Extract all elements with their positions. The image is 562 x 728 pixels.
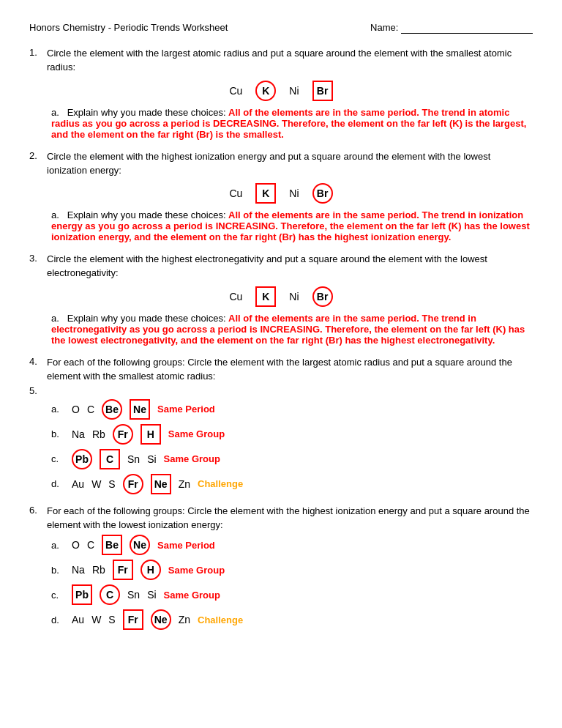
q6a-tag: Same Period xyxy=(157,540,215,551)
el-Zn-4d: Zn xyxy=(179,478,190,490)
question-3: 3. Circle the element with the highest e… xyxy=(29,253,533,346)
q3-explain-intro: Explain why you made these choices: xyxy=(67,313,228,324)
el-Fr-square-6b: Fr xyxy=(113,560,133,580)
name-label: Name: xyxy=(370,22,398,33)
q3-line: 3. Circle the element with the highest e… xyxy=(29,253,533,281)
el-br-circle-2: Br xyxy=(312,183,333,204)
q4-sub-list: a. O C Be Ne Same Period b. Na Rb Fr H S… xyxy=(51,399,533,494)
q4-num: 4. xyxy=(29,356,42,367)
el-br-circle-3: Br xyxy=(312,286,333,307)
q6-sub-c: c. Pb C Sn Si Same Group xyxy=(51,584,533,605)
q6-sub-b: b. Na Rb Fr H Same Group xyxy=(51,560,533,580)
question-4: 4. For each of the following groups: Cir… xyxy=(29,356,533,494)
question-1: 1. Circle the element with the largest a… xyxy=(29,47,533,140)
q4-text: For each of the following groups: Circle… xyxy=(47,356,533,384)
el-Rb-6b: Rb xyxy=(92,564,105,576)
el-Na-4b: Na xyxy=(72,428,85,440)
q3-elements: Cu K Ni Br xyxy=(29,286,533,307)
q6d-elements: Au W S Fr Ne Zn xyxy=(72,609,190,630)
q6-num: 6. xyxy=(29,505,42,516)
q6a-elements: O C Be Ne xyxy=(72,535,150,555)
q4-sub-b: b. Na Rb Fr H Same Group xyxy=(51,424,533,445)
el-Si-6c: Si xyxy=(147,589,156,601)
q2-num: 2. xyxy=(29,150,42,161)
q2-explain-intro: Explain why you made these choices: xyxy=(67,209,228,220)
q4d-elements: Au W S Fr Ne Zn xyxy=(72,474,190,494)
el-S-4d: S xyxy=(108,478,115,490)
q6-sub-d: d. Au W S Fr Ne Zn Challenge xyxy=(51,609,533,630)
q5-num: 5. xyxy=(29,385,42,396)
el-Fr-circle-4b: Fr xyxy=(113,424,133,445)
el-O-4a: O xyxy=(72,404,80,415)
el-cu: Cu xyxy=(229,85,242,97)
q4a-label: a. xyxy=(51,404,64,415)
q1-text: Circle the element with the largest atom… xyxy=(47,47,533,75)
el-Na-6b: Na xyxy=(72,564,85,576)
q4c-tag: Same Group xyxy=(164,453,220,464)
page-header: Honors Chemistry - Periodic Trends Works… xyxy=(29,22,533,34)
q1-explain: a. Explain why you made these choices: A… xyxy=(51,107,533,140)
q4a-elements: O C Be Ne xyxy=(72,399,150,420)
q1-explain-intro: Explain why you made these choices: xyxy=(67,107,228,118)
el-Fr-circle-4d: Fr xyxy=(123,474,143,494)
q3-text: Circle the element with the highest elec… xyxy=(47,253,533,281)
q4d-label: d. xyxy=(51,478,64,489)
q4d-tag: Challenge xyxy=(198,478,243,489)
q4-sub-c: c. Pb C Sn Si Same Group xyxy=(51,449,533,469)
q6-text: For each of the following groups: Circle… xyxy=(47,505,533,532)
el-C-circle-6c: C xyxy=(100,584,120,605)
q4a-tag: Same Period xyxy=(157,404,215,415)
q6d-label: d. xyxy=(51,614,64,625)
q4c-label: c. xyxy=(51,453,64,464)
el-k-square-2: K xyxy=(255,183,276,204)
q6c-label: c. xyxy=(51,590,64,601)
name-line xyxy=(401,22,533,34)
el-Zn-6d: Zn xyxy=(179,614,190,625)
el-cu-3: Cu xyxy=(229,291,242,302)
q6b-tag: Same Group xyxy=(168,565,225,576)
question-6: 6. For each of the following groups: Cir… xyxy=(29,505,533,631)
q4-line: 4. For each of the following groups: Cir… xyxy=(29,356,533,384)
q2-text: Circle the element with the highest ioni… xyxy=(47,150,533,178)
q6c-elements: Pb C Sn Si xyxy=(72,584,157,605)
el-cu-2: Cu xyxy=(229,187,242,199)
el-Ne-square-4a: Ne xyxy=(130,399,150,420)
q1-line: 1. Circle the element with the largest a… xyxy=(29,47,533,75)
el-H-square-4b: H xyxy=(140,424,161,445)
q3-num: 3. xyxy=(29,253,42,264)
q2-explain-label: a. xyxy=(51,209,64,220)
el-Au-4d: Au xyxy=(72,478,84,490)
el-Sn-6c: Sn xyxy=(127,589,140,601)
el-W-4d: W xyxy=(91,478,101,490)
q6c-tag: Same Group xyxy=(164,590,220,601)
q6b-elements: Na Rb Fr H xyxy=(72,560,161,580)
el-H-circle-6b: H xyxy=(140,560,161,580)
el-W-6d: W xyxy=(91,614,101,625)
q4c-elements: Pb C Sn Si xyxy=(72,449,157,469)
el-Sn-4c: Sn xyxy=(127,453,140,465)
el-Au-6d: Au xyxy=(72,614,84,625)
el-Pb-square-6c: Pb xyxy=(72,584,92,605)
q6b-label: b. xyxy=(51,565,64,576)
q3-explain: a. Explain why you made these choices: A… xyxy=(51,313,533,346)
q4-sub-a: a. O C Be Ne Same Period xyxy=(51,399,533,420)
q2-elements: Cu K Ni Br xyxy=(29,183,533,204)
question-2: 2. Circle the element with the highest i… xyxy=(29,150,533,243)
el-Be-square-6a: Be xyxy=(102,535,122,555)
el-C-6a: C xyxy=(87,539,94,551)
q6a-label: a. xyxy=(51,540,64,551)
q1-elements: Cu K Ni Br xyxy=(29,81,533,101)
q6-sub-list: a. O C Be Ne Same Period b. Na Rb Fr H S… xyxy=(51,535,533,630)
q4-sub-d: d. Au W S Fr Ne Zn Challenge xyxy=(51,474,533,494)
q2-line: 2. Circle the element with the highest i… xyxy=(29,150,533,178)
q5-line: 5. xyxy=(29,385,533,396)
q4b-tag: Same Group xyxy=(168,428,225,439)
q3-explain-label: a. xyxy=(51,313,64,324)
q1-explain-label: a. xyxy=(51,107,64,118)
q4b-elements: Na Rb Fr H xyxy=(72,424,161,445)
q2-explain: a. Explain why you made these choices: A… xyxy=(51,209,533,242)
el-Pb-circle-4c: Pb xyxy=(72,449,92,469)
el-ni: Ni xyxy=(289,85,299,97)
worksheet-title: Honors Chemistry - Periodic Trends Works… xyxy=(29,22,228,33)
el-Ne-square-4d: Ne xyxy=(151,474,171,494)
